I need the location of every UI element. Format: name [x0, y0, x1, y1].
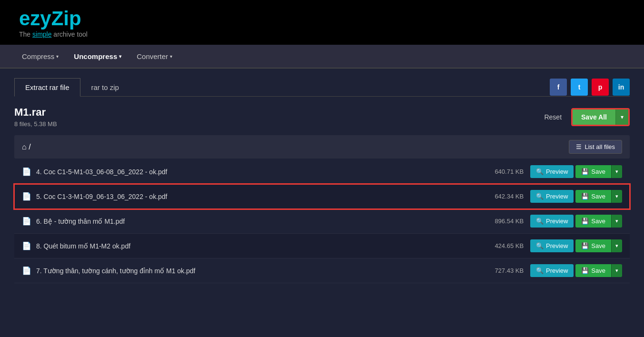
save-all-button[interactable]: Save All: [573, 109, 615, 125]
save-button[interactable]: 💾 Save: [575, 264, 611, 277]
save-icon: 💾: [581, 218, 589, 225]
list-all-button[interactable]: ☰ List all files: [569, 140, 622, 154]
file-size: 640.71 KB: [481, 168, 524, 175]
save-group: 💾 Save ▾: [575, 190, 622, 203]
logo-plain: ezy: [19, 7, 51, 30]
preview-button[interactable]: 🔍 Preview: [530, 264, 574, 277]
save-dropdown[interactable]: ▾: [611, 165, 622, 178]
file-name: 7. Tường thân, tường cánh, tường đỉnh mố…: [36, 267, 481, 275]
header: ezyZip The simple archive tool: [0, 0, 644, 45]
path-row: / ☰ List all files: [14, 135, 630, 159]
preview-button[interactable]: 🔍 Preview: [530, 165, 574, 178]
list-icon: ☰: [576, 143, 582, 150]
search-icon: 🔍: [536, 242, 544, 249]
file-size: 896.54 KB: [481, 218, 524, 225]
save-dropdown[interactable]: ▾: [611, 190, 622, 203]
save-button[interactable]: 💾 Save: [575, 215, 611, 228]
save-icon: 💾: [581, 193, 589, 200]
preview-button[interactable]: 🔍 Preview: [530, 239, 574, 252]
save-button[interactable]: 💾 Save: [575, 239, 611, 252]
file-buttons: 🔍 Preview 💾 Save ▾: [530, 215, 622, 228]
tab-rar-to-zip[interactable]: rar to zip: [80, 78, 130, 96]
chevron-down-icon: ▾: [56, 54, 59, 59]
logo-accent: Zip: [51, 7, 81, 30]
nav-converter[interactable]: Converter ▾: [129, 46, 180, 67]
save-dropdown[interactable]: ▾: [611, 264, 622, 277]
table-row: 📄 4. Coc C1-5-M1-03_06-08_06_2022 - ok.p…: [14, 159, 630, 184]
nav-compress[interactable]: Compress ▾: [14, 46, 66, 67]
tabs-left: Extract rar file rar to zip: [14, 78, 130, 96]
navbar: Compress ▾ Uncompress ▾ Converter ▾: [0, 45, 644, 69]
home-icon: [22, 143, 27, 151]
linkedin-button[interactable]: in: [613, 79, 630, 96]
file-icon: 📄: [22, 167, 31, 176]
file-name: 4. Coc C1-5-M1-03_06-08_06_2022 - ok.pdf: [36, 168, 481, 176]
tab-extract[interactable]: Extract rar file: [14, 78, 80, 97]
pinterest-button[interactable]: p: [592, 79, 609, 96]
search-icon: 🔍: [536, 218, 544, 225]
save-dropdown[interactable]: ▾: [611, 215, 622, 228]
save-all-group: Save All ▾: [571, 108, 630, 126]
save-group: 💾 Save ▾: [575, 239, 622, 252]
file-name: 5. Coc C1-3-M1-09_06-13_06_2022 - ok.pdf: [36, 193, 481, 200]
save-icon: 💾: [581, 267, 589, 274]
file-icon: 📄: [22, 241, 31, 250]
table-row: 📄 7. Tường thân, tường cánh, tường đỉnh …: [14, 258, 630, 283]
file-meta: 8 files, 5.38 MB: [14, 120, 57, 128]
file-icon: 📄: [22, 192, 31, 201]
reset-button[interactable]: Reset: [539, 110, 566, 124]
file-name: 6. Bệ - tường thân mố M1.pdf: [36, 218, 481, 225]
file-info: M1.rar 8 files, 5.38 MB: [14, 106, 57, 128]
save-button[interactable]: 💾 Save: [575, 190, 611, 203]
facebook-button[interactable]: f: [550, 79, 567, 96]
file-size: 424.65 KB: [481, 242, 524, 249]
file-name: 8. Quét bitum mố M1-M2 ok.pdf: [36, 242, 481, 250]
path-text: /: [22, 143, 31, 151]
save-group: 💾 Save ▾: [575, 165, 622, 178]
save-all-dropdown[interactable]: ▾: [615, 109, 628, 125]
main-content: Extract rar file rar to zip f t p in M1.…: [0, 69, 644, 337]
search-icon: 🔍: [536, 168, 544, 175]
file-info-row: M1.rar 8 files, 5.38 MB Reset Save All ▾: [14, 106, 630, 128]
file-icon: 📄: [22, 266, 31, 275]
file-size: 727.43 KB: [481, 267, 524, 274]
file-buttons: 🔍 Preview 💾 Save ▾: [530, 190, 622, 203]
file-buttons: 🔍 Preview 💾 Save ▾: [530, 239, 622, 252]
preview-button[interactable]: 🔍 Preview: [530, 215, 574, 228]
tabs-row: Extract rar file rar to zip f t p in: [14, 78, 630, 97]
file-buttons: 🔍 Preview 💾 Save ▾: [530, 165, 622, 178]
logo: ezyZip: [19, 9, 625, 29]
table-row: 📄 8. Quét bitum mố M1-M2 ok.pdf 424.65 K…: [14, 234, 630, 258]
table-row: 📄 5. Coc C1-3-M1-09_06-13_06_2022 - ok.p…: [14, 184, 630, 209]
save-icon: 💾: [581, 242, 589, 249]
file-actions: Reset Save All ▾: [539, 108, 630, 126]
save-dropdown[interactable]: ▾: [611, 239, 622, 252]
file-icon: 📄: [22, 217, 31, 226]
twitter-button[interactable]: t: [571, 79, 588, 96]
file-list: 📄 4. Coc C1-5-M1-03_06-08_06_2022 - ok.p…: [14, 159, 630, 283]
search-icon: 🔍: [536, 193, 544, 200]
chevron-down-icon: ▾: [170, 54, 172, 59]
file-size: 642.34 KB: [481, 193, 524, 200]
table-row: 📄 6. Bệ - tường thân mố M1.pdf 896.54 KB…: [14, 209, 630, 234]
save-group: 💾 Save ▾: [575, 215, 622, 228]
save-group: 💾 Save ▾: [575, 264, 622, 277]
preview-button[interactable]: 🔍 Preview: [530, 190, 574, 203]
file-title: M1.rar: [14, 106, 57, 119]
save-button[interactable]: 💾 Save: [575, 165, 611, 178]
chevron-down-icon: ▾: [119, 54, 121, 59]
search-icon: 🔍: [536, 267, 544, 274]
file-buttons: 🔍 Preview 💾 Save ▾: [530, 264, 622, 277]
social-buttons: f t p in: [550, 79, 630, 96]
nav-uncompress[interactable]: Uncompress ▾: [66, 46, 129, 67]
tagline: The simple archive tool: [19, 30, 625, 38]
save-icon: 💾: [581, 168, 589, 175]
